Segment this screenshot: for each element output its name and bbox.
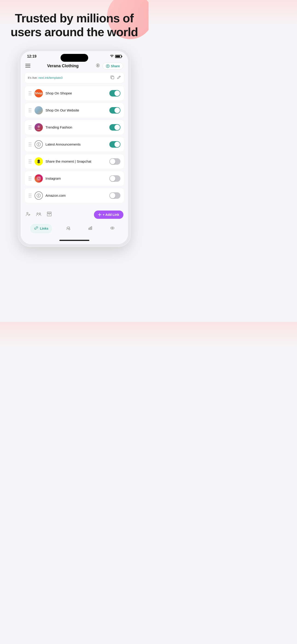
link-item-instagram[interactable]: Instagram	[24, 171, 124, 186]
toggle-announcements[interactable]	[109, 141, 120, 148]
archive-icon[interactable]	[46, 211, 52, 218]
snapchat-icon	[34, 157, 43, 166]
toggle-fashion[interactable]	[109, 124, 120, 130]
design-nav-icon	[66, 226, 70, 232]
svg-point-28	[68, 228, 70, 230]
shopee-icon: Shop	[34, 89, 43, 98]
page-title: Verana Clothing	[47, 64, 79, 68]
status-icons	[110, 54, 122, 58]
svg-point-13	[38, 143, 39, 144]
nav-bar: Verana Clothing	[21, 60, 128, 72]
url-text: It's live: nexl.ink/template3	[28, 76, 62, 80]
link-item-fashion[interactable]: Trending Fashion	[24, 120, 124, 135]
link-label-amazon: Amazon.com	[46, 194, 106, 198]
link-label-website: Shop On Our Website	[46, 108, 106, 112]
website-icon	[34, 106, 43, 114]
bug-icon[interactable]	[96, 63, 100, 69]
drag-handle[interactable]	[28, 142, 32, 147]
svg-point-10	[38, 126, 40, 128]
drag-handle[interactable]	[28, 125, 32, 130]
link-item-shopee[interactable]: Shop Shop On Shopee	[24, 86, 124, 101]
links-list: Shop Shop On Shopee	[21, 86, 128, 203]
svg-point-33	[112, 227, 113, 228]
url-bar: It's live: nexl.ink/template3	[24, 72, 124, 84]
bottom-toolbar: + Add Link	[21, 208, 128, 222]
nav-item-links[interactable]: Links	[30, 224, 52, 233]
announcement-icon	[34, 140, 43, 148]
link-item-snapchat[interactable]: Share the moment | Snapchat	[24, 154, 124, 169]
svg-rect-23	[47, 212, 51, 213]
nav-item-analytics[interactable]	[84, 224, 96, 233]
bottom-nav: Links	[21, 222, 128, 238]
amazon-icon	[34, 192, 43, 200]
battery-icon	[115, 55, 122, 58]
svg-rect-8	[112, 76, 114, 79]
status-bar: 12:19	[21, 51, 128, 60]
drag-handle[interactable]	[28, 91, 32, 96]
instagram-icon	[34, 174, 43, 183]
link-label-instagram: Instagram	[46, 176, 106, 180]
drag-handle[interactable]	[28, 176, 32, 181]
nav-right-actions: Share	[96, 63, 124, 70]
nav-item-preview[interactable]	[106, 224, 118, 233]
url-actions	[110, 75, 121, 80]
dynamic-island	[60, 54, 88, 62]
link-label-fashion: Trending Fashion	[46, 125, 106, 129]
svg-line-9	[119, 76, 120, 77]
preview-nav-icon	[110, 226, 115, 232]
svg-rect-31	[91, 226, 92, 230]
nav-item-design[interactable]	[62, 224, 74, 233]
status-time: 12:19	[27, 54, 36, 58]
phone-screen: 12:19	[21, 51, 128, 244]
wifi-icon	[110, 54, 114, 58]
toggle-website[interactable]	[109, 107, 120, 114]
home-indicator	[60, 240, 89, 241]
toggle-amazon[interactable]	[109, 192, 120, 199]
svg-point-19	[38, 194, 39, 195]
toggle-snapchat[interactable]	[109, 158, 120, 165]
toggle-shopee[interactable]	[109, 90, 120, 96]
drag-handle[interactable]	[28, 108, 32, 113]
svg-rect-1	[25, 66, 30, 66]
contacts-icon[interactable]	[25, 211, 31, 218]
link-label-announcements: Latest Announcements	[46, 142, 106, 146]
copy-icon[interactable]	[110, 75, 114, 80]
link-item-website[interactable]: Shop On Our Website	[24, 103, 124, 118]
svg-rect-29	[89, 228, 89, 230]
svg-rect-0	[25, 64, 30, 64]
link-label-shopee: Shop On Shopee	[46, 91, 106, 95]
hero-title: Trusted by millions of users around the …	[0, 0, 148, 48]
link-label-snapchat: Share the moment | Snapchat	[46, 160, 106, 163]
fashion-icon	[34, 123, 43, 132]
menu-icon[interactable]	[25, 63, 30, 69]
link-item-announcements[interactable]: Latest Announcements	[24, 137, 124, 152]
live-url[interactable]: nexl.ink/template3	[38, 76, 62, 80]
svg-point-16	[39, 177, 40, 178]
svg-point-21	[37, 213, 38, 214]
share-contacts-icon[interactable]	[36, 211, 42, 218]
add-link-label: + Add Link	[103, 213, 119, 216]
drag-handle[interactable]	[28, 159, 32, 164]
analytics-nav-icon	[88, 226, 92, 232]
svg-point-22	[39, 213, 40, 214]
link-item-amazon[interactable]: Amazon.com	[24, 188, 124, 203]
svg-point-15	[38, 178, 39, 179]
toolbar-left-icons	[25, 211, 52, 218]
svg-point-20	[27, 212, 28, 214]
svg-point-32	[110, 227, 114, 229]
drag-handle[interactable]	[28, 193, 32, 198]
nav-label-links: Links	[40, 227, 48, 230]
svg-rect-30	[90, 227, 90, 230]
svg-rect-2	[25, 67, 30, 68]
phone-mockup: 12:19	[18, 48, 131, 247]
edit-icon[interactable]	[117, 75, 121, 80]
add-link-button[interactable]: + Add Link	[94, 210, 123, 219]
share-button[interactable]: Share	[102, 63, 124, 70]
links-nav-icon	[34, 226, 38, 232]
toggle-instagram[interactable]	[109, 175, 120, 182]
